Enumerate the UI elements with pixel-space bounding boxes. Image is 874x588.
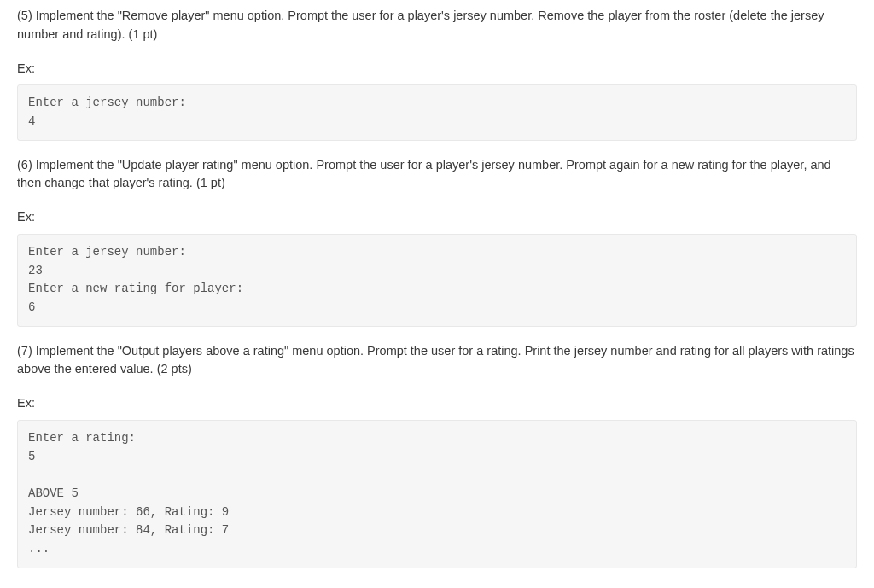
code-block-6: Enter a jersey number: 23 Enter a new ra…	[17, 234, 857, 327]
example-label-6: Ex:	[17, 208, 857, 227]
code-block-7: Enter a rating: 5 ABOVE 5 Jersey number:…	[17, 420, 857, 568]
instruction-paragraph-7: (7) Implement the "Output players above …	[17, 342, 857, 380]
example-label-7: Ex:	[17, 394, 857, 413]
example-label-5: Ex:	[17, 60, 857, 79]
instruction-paragraph-6: (6) Implement the "Update player rating"…	[17, 156, 857, 194]
code-block-5: Enter a jersey number: 4	[17, 84, 857, 140]
document-content: (5) Implement the "Remove player" menu o…	[17, 7, 857, 568]
instruction-paragraph-5: (5) Implement the "Remove player" menu o…	[17, 7, 857, 44]
